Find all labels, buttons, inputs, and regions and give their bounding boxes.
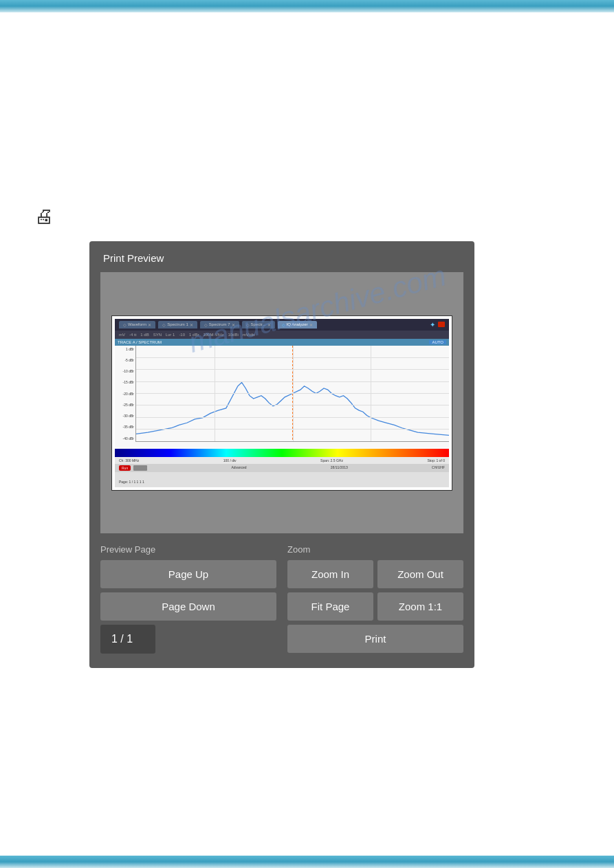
screenshot-inner: ◇ Waveform ✕ ◇ Spectrum 1 ✕ ◇ Spectrum 7 xyxy=(115,319,449,487)
screenshot-container: ◇ Waveform ✕ ◇ Spectrum 1 ✕ ◇ Spectrum 7 xyxy=(111,315,452,491)
app-toolbar: mV -4 tt 1 dB SYN Lvr 1 -10 1 dBr 100M-V… xyxy=(115,331,449,339)
zoom-out-button[interactable]: Zoom Out xyxy=(377,560,463,588)
page-up-button[interactable]: Page Up xyxy=(100,560,276,588)
controls-section: Preview Page Page Up Page Down 1 / 1 Zoo… xyxy=(100,544,463,657)
page-down-row: Page Down xyxy=(100,592,276,621)
status-badge: Run xyxy=(119,465,131,471)
spectrum-color-bar xyxy=(115,449,449,457)
status-bar: Run Advanced 28/11/2013 CH/UHF xyxy=(115,464,449,472)
top-decorative-bar xyxy=(0,0,614,12)
zoom-top-row: Zoom In Zoom Out xyxy=(287,560,463,588)
printer-icon: 🖨 xyxy=(34,205,54,227)
page-indicator-row: 1 / 1 xyxy=(100,625,276,654)
page-up-row: Page Up xyxy=(100,560,276,588)
chart-area: TRACE A / SPECTRUM AUTO 1 dBr -5 dBr -10… xyxy=(115,339,449,449)
preview-canvas: manualsarchive.com ◇ Waveform ✕ ◇ Spectr… xyxy=(100,272,463,533)
chart-body: 1 dBr -5 dBr -10 dBr -15 dBr -20 dBr -25… xyxy=(115,346,449,442)
left-controls: Preview Page Page Up Page Down 1 / 1 xyxy=(100,544,282,657)
zoom-label: Zoom xyxy=(287,544,463,555)
chart-plot xyxy=(135,346,449,442)
fit-page-button[interactable]: Fit Page xyxy=(287,592,373,621)
preview-page-label: Preview Page xyxy=(100,544,276,555)
bottom-info-bar: Ch: 300 MHz 100 / div Span: 2.5 GHz Stop… xyxy=(115,457,449,464)
tab-spectrum1: ◇ Spectrum 1 ✕ xyxy=(158,321,197,329)
app-titlebar: ◇ Waveform ✕ ◇ Spectrum 1 ✕ ◇ Spectrum 7 xyxy=(115,319,449,331)
print-preview-dialog: Print Preview manualsarchive.com ◇ Wavef… xyxy=(89,241,474,668)
zoom-mid-row: Fit Page Zoom 1:1 xyxy=(287,592,463,621)
main-content: 🖨 Print Preview manualsarchive.com ◇ Wav… xyxy=(0,12,614,856)
tab-iq-analyzer: ◇ IQ Analyzer ✕ xyxy=(278,321,317,329)
tab-spectr: ◇ Spectr... ✕ xyxy=(242,321,275,329)
dialog-title: Print Preview xyxy=(100,252,463,264)
print-icon-area: 🖨 xyxy=(34,205,580,227)
chart-y-labels: 1 dBr -5 dBr -10 dBr -15 dBr -20 dBr -25… xyxy=(115,346,135,442)
bottom-decorative-bar xyxy=(0,856,614,868)
zoom-in-button[interactable]: Zoom In xyxy=(287,560,373,588)
zoom-11-button[interactable]: Zoom 1:1 xyxy=(377,592,463,621)
tab-waveform: ◇ Waveform ✕ xyxy=(119,321,155,329)
page-indicator: 1 / 1 xyxy=(100,625,155,654)
page-down-button[interactable]: Page Down xyxy=(100,592,276,621)
page-info-bar: Page: 1 / 1 1 1 1 xyxy=(115,472,449,487)
chart-header: TRACE A / SPECTRUM AUTO xyxy=(115,339,449,346)
print-button[interactable]: Print xyxy=(287,625,463,653)
right-controls: Zoom Zoom In Zoom Out Fit Page Zoom 1:1 … xyxy=(282,544,463,657)
tab-spectrum7: ◇ Spectrum 7 ✕ xyxy=(200,321,239,329)
print-row: Print xyxy=(287,625,463,653)
